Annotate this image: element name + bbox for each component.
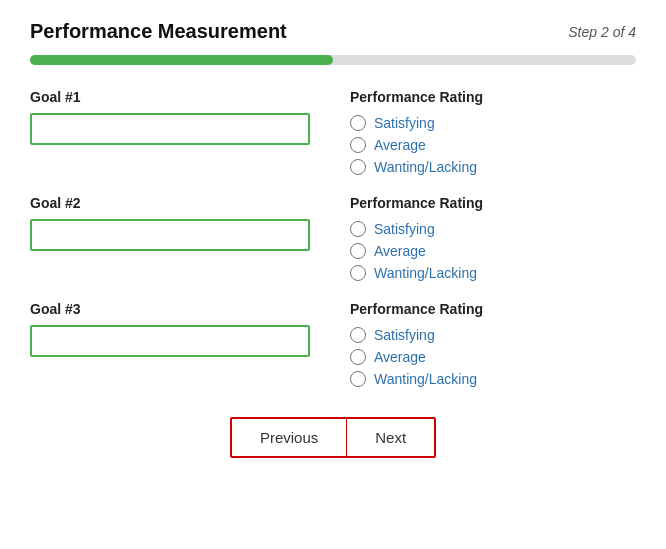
goal-left-3: Goal #3: [30, 301, 310, 357]
progress-bar-fill: [30, 55, 333, 65]
goal-1-label-average: Average: [374, 137, 426, 153]
goal-3-radio-satisfying[interactable]: [350, 327, 366, 343]
goal-2-label-wanting: Wanting/Lacking: [374, 265, 477, 281]
goal-3-input[interactable]: [30, 325, 310, 357]
goal-1-option-wanting[interactable]: Wanting/Lacking: [350, 159, 636, 175]
goals-section: Goal #1 Performance Rating Satisfying Av…: [30, 89, 636, 387]
goal-1-radio-satisfying[interactable]: [350, 115, 366, 131]
goal-3-option-wanting[interactable]: Wanting/Lacking: [350, 371, 636, 387]
goal-1-radio-wanting[interactable]: [350, 159, 366, 175]
step-label: Step 2 of 4: [568, 24, 636, 40]
previous-button[interactable]: Previous: [232, 419, 346, 456]
goal-1-option-satisfying[interactable]: Satisfying: [350, 115, 636, 131]
goal-3-radio-group: Satisfying Average Wanting/Lacking: [350, 327, 636, 387]
next-button[interactable]: Next: [347, 419, 434, 456]
goal-row-3: Goal #3 Performance Rating Satisfying Av…: [30, 301, 636, 387]
goal-3-rating-label: Performance Rating: [350, 301, 636, 317]
goal-2-option-satisfying[interactable]: Satisfying: [350, 221, 636, 237]
goal-2-option-wanting[interactable]: Wanting/Lacking: [350, 265, 636, 281]
goal-3-option-average[interactable]: Average: [350, 349, 636, 365]
goal-1-label-satisfying: Satisfying: [374, 115, 435, 131]
goal-2-rating-label: Performance Rating: [350, 195, 636, 211]
goal-right-3: Performance Rating Satisfying Average Wa…: [350, 301, 636, 387]
goal-3-option-satisfying[interactable]: Satisfying: [350, 327, 636, 343]
goal-3-label: Goal #3: [30, 301, 310, 317]
goal-1-label-wanting: Wanting/Lacking: [374, 159, 477, 175]
goal-2-radio-satisfying[interactable]: [350, 221, 366, 237]
progress-bar-container: [30, 55, 636, 65]
goal-3-radio-wanting[interactable]: [350, 371, 366, 387]
goal-3-radio-average[interactable]: [350, 349, 366, 365]
goal-2-radio-wanting[interactable]: [350, 265, 366, 281]
goal-1-rating-label: Performance Rating: [350, 89, 636, 105]
goal-2-radio-group: Satisfying Average Wanting/Lacking: [350, 221, 636, 281]
page-title: Performance Measurement: [30, 20, 287, 43]
goal-left-2: Goal #2: [30, 195, 310, 251]
goal-1-label: Goal #1: [30, 89, 310, 105]
goal-1-radio-average[interactable]: [350, 137, 366, 153]
goal-2-label-average: Average: [374, 243, 426, 259]
goal-right-2: Performance Rating Satisfying Average Wa…: [350, 195, 636, 281]
goal-3-label-wanting: Wanting/Lacking: [374, 371, 477, 387]
goal-2-label: Goal #2: [30, 195, 310, 211]
goal-2-radio-average[interactable]: [350, 243, 366, 259]
goal-3-label-satisfying: Satisfying: [374, 327, 435, 343]
goal-2-input[interactable]: [30, 219, 310, 251]
goal-1-input[interactable]: [30, 113, 310, 145]
buttons-row: Previous Next: [30, 417, 636, 458]
goal-2-label-satisfying: Satisfying: [374, 221, 435, 237]
goal-row-2: Goal #2 Performance Rating Satisfying Av…: [30, 195, 636, 281]
goal-1-radio-group: Satisfying Average Wanting/Lacking: [350, 115, 636, 175]
goal-row-1: Goal #1 Performance Rating Satisfying Av…: [30, 89, 636, 175]
goal-left-1: Goal #1: [30, 89, 310, 145]
navigation-buttons: Previous Next: [230, 417, 436, 458]
page-header: Performance Measurement Step 2 of 4: [30, 20, 636, 43]
goal-2-option-average[interactable]: Average: [350, 243, 636, 259]
goal-3-label-average: Average: [374, 349, 426, 365]
goal-1-option-average[interactable]: Average: [350, 137, 636, 153]
goal-right-1: Performance Rating Satisfying Average Wa…: [350, 89, 636, 175]
